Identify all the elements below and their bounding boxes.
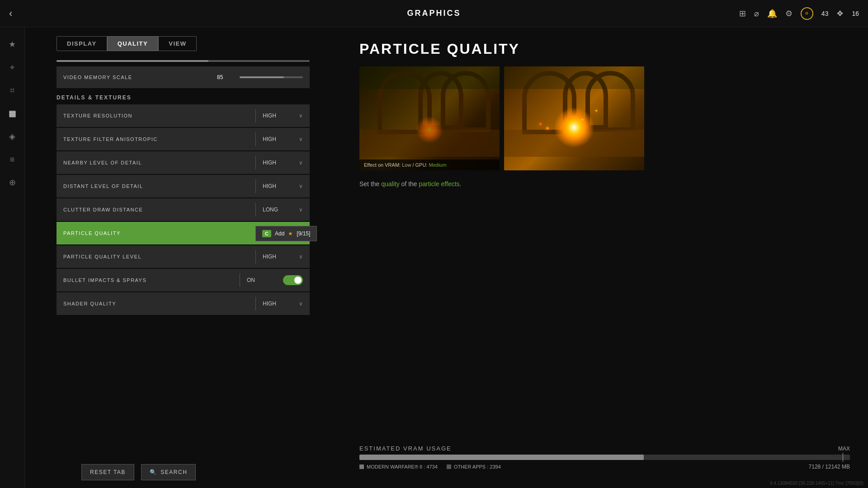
chevron-down-icon: ∨ — [299, 136, 303, 142]
setting-value: HIGH — [263, 300, 299, 307]
setting-divider — [255, 250, 256, 263]
preview-badge: Effect on VRAM: Low / GPU: Medium — [359, 160, 500, 170]
setting-divider — [255, 179, 256, 193]
foliage-overlay — [504, 66, 644, 89]
desc-effects-word: particle effects — [419, 180, 460, 188]
setting-divider — [255, 203, 256, 216]
setting-row-particle-quality-level[interactable]: PARTICLE QUALITY LEVEL HIGH ∨ — [57, 245, 310, 268]
setting-label: NEARBY LEVEL OF DETAIL — [63, 160, 249, 165]
sidebar-icon-network[interactable]: ⊕ — [4, 174, 20, 191]
spark-particle — [581, 119, 583, 121]
setting-divider — [240, 273, 240, 287]
sidebar-icon-cursor[interactable]: ⌖ — [4, 59, 20, 75]
desc-quality-word: quality — [381, 180, 399, 188]
tab-quality[interactable]: QUALITY — [107, 36, 159, 51]
sidebar-icon-star[interactable]: ★ — [4, 36, 20, 52]
grid-icon[interactable]: ⊞ — [739, 9, 746, 19]
spark-particle — [546, 127, 549, 130]
version-string: 9.4.13084550 [39.228:1465+11] Tmc [7000]… — [770, 481, 863, 486]
scene-arch-after — [504, 66, 644, 170]
tooltip-popup: C Add ★ [9/15] — [255, 226, 317, 241]
level-badge: ⊙ — [801, 7, 813, 20]
preview-image-after — [504, 66, 644, 170]
setting-value: HIGH — [263, 136, 299, 142]
chevron-down-icon: ∨ — [299, 300, 303, 307]
tooltip-star-icon: ★ — [288, 230, 293, 237]
preview-image-before: Effect on VRAM: Low / GPU: Medium — [359, 66, 500, 170]
settings-panel: DISPLAY QUALITY VIEW VIDEO MEMORY SCALE … — [25, 27, 341, 488]
vram-section: ESTIMATED VRAM USAGE MAX MODERN WARFARE®… — [359, 445, 850, 470]
sidebar-icon-account[interactable]: ≡ — [4, 151, 20, 168]
setting-row-shader[interactable]: SHADER QUALITY HIGH ∨ — [57, 292, 310, 315]
search-icon: 🔍 — [150, 469, 157, 475]
setting-row-distant-lod[interactable]: DISTANT LEVEL OF DETAIL HIGH ∨ — [57, 175, 310, 197]
setting-value: LONG — [263, 206, 299, 213]
setting-label: TEXTURE RESOLUTION — [63, 113, 249, 118]
vram-legend-mw2: MODERN WARFARE® II : 4734 — [359, 464, 438, 469]
setting-row-clutter[interactable]: CLUTTER DRAW DISTANCE LONG ∨ C Add ★ [9/… — [57, 198, 310, 221]
rank-icon: ❖ — [836, 9, 844, 19]
vm-label: VIDEO MEMORY SCALE — [63, 75, 217, 80]
setting-row-bullet-impacts[interactable]: BULLET IMPACTS & SPRAYS ON — [57, 269, 310, 291]
detail-title: PARTICLE QUALITY — [359, 41, 850, 57]
reset-tab-button[interactable]: RESET TAB — [81, 464, 134, 480]
level-number: 43 — [821, 10, 829, 17]
bell-icon[interactable]: 🔔 — [767, 9, 777, 19]
scene-arch-before — [359, 66, 500, 170]
setting-row-texture-resolution[interactable]: TEXTURE RESOLUTION HIGH ∨ — [57, 104, 310, 127]
vm-slider-fill — [240, 76, 284, 78]
detail-panel: PARTICLE QUALITY Effect on VRAM: Low / G… — [341, 27, 868, 488]
sidebar: ★ ⌖ ⌗ ▦ ◈ ≡ ⊕ — [0, 27, 25, 488]
top-bar: ‹ GRAPHICS ⊞ ⌀ 🔔 ⚙ ⊙ 43 ❖ 16 — [0, 0, 868, 27]
vram-dot-other — [447, 465, 451, 469]
back-button[interactable]: ‹ — [9, 8, 12, 19]
toggle-container — [283, 275, 303, 285]
setting-label: TEXTURE FILTER ANISOTROPIC — [63, 136, 249, 142]
vm-slider-container[interactable] — [240, 76, 303, 78]
setting-label: SHADER QUALITY — [63, 301, 249, 306]
setting-row-nearby-lod[interactable]: NEARBY LEVEL OF DETAIL HIGH ∨ — [57, 151, 310, 174]
setting-value: HIGH — [263, 113, 299, 119]
sidebar-icon-display[interactable]: ▦ — [4, 105, 20, 122]
setting-label: CLUTTER DRAW DISTANCE — [63, 207, 249, 212]
section-header-details: DETAILS & TEXTURES — [57, 89, 310, 104]
scroll-indicator-inner — [57, 60, 208, 62]
setting-divider — [255, 297, 256, 310]
vram-title: ESTIMATED VRAM USAGE — [359, 445, 452, 452]
vram-max-line — [843, 453, 843, 462]
setting-divider — [255, 109, 256, 122]
gpu-effect-label: Medium — [429, 162, 446, 168]
search-label: SEARCH — [160, 469, 187, 475]
vram-bar-fill — [359, 455, 644, 460]
vram-bar-container — [359, 455, 850, 460]
page-title: GRAPHICS — [407, 9, 461, 18]
vram-total: 7128 / 12142 MB — [809, 464, 850, 470]
setting-value: HIGH — [263, 160, 299, 166]
setting-label: PARTICLE QUALITY LEVEL — [63, 254, 249, 259]
spark-before — [416, 116, 443, 143]
tab-view[interactable]: VIEW — [158, 36, 197, 51]
setting-value: ON — [247, 277, 283, 283]
rank-number: 16 — [852, 10, 859, 17]
tooltip-add-label: Add — [275, 230, 284, 237]
sidebar-icon-controller[interactable]: ⌗ — [4, 82, 20, 99]
sidebar-icon-audio[interactable]: ◈ — [4, 128, 20, 145]
bullet-impacts-toggle[interactable] — [283, 275, 303, 285]
video-memory-row[interactable]: VIDEO MEMORY SCALE 85 — [57, 66, 310, 88]
vram-effect-label: Low — [402, 162, 411, 168]
chevron-down-icon: ∨ — [299, 183, 303, 189]
vram-mw2-label: MODERN WARFARE® II : 4734 — [367, 464, 438, 469]
vram-dot-mw2 — [359, 465, 364, 469]
settings-icon[interactable]: ⚙ — [785, 9, 793, 19]
tooltip-count: [9/15] — [297, 230, 310, 237]
tab-display[interactable]: DISPLAY — [57, 36, 107, 51]
vm-value: 85 — [217, 74, 240, 80]
setting-row-texture-filter[interactable]: TEXTURE FILTER ANISOTROPIC HIGH ∨ — [57, 128, 310, 150]
search-button[interactable]: 🔍 SEARCH — [141, 464, 196, 480]
headset-icon[interactable]: ⌀ — [754, 9, 759, 19]
chevron-down-icon: ∨ — [299, 113, 303, 119]
scroll-indicator — [57, 60, 310, 62]
top-bar-right: ⊞ ⌀ 🔔 ⚙ ⊙ 43 ❖ 16 — [739, 7, 859, 20]
spark-after-main — [554, 107, 594, 148]
tabs-container: DISPLAY QUALITY VIEW — [25, 27, 341, 60]
